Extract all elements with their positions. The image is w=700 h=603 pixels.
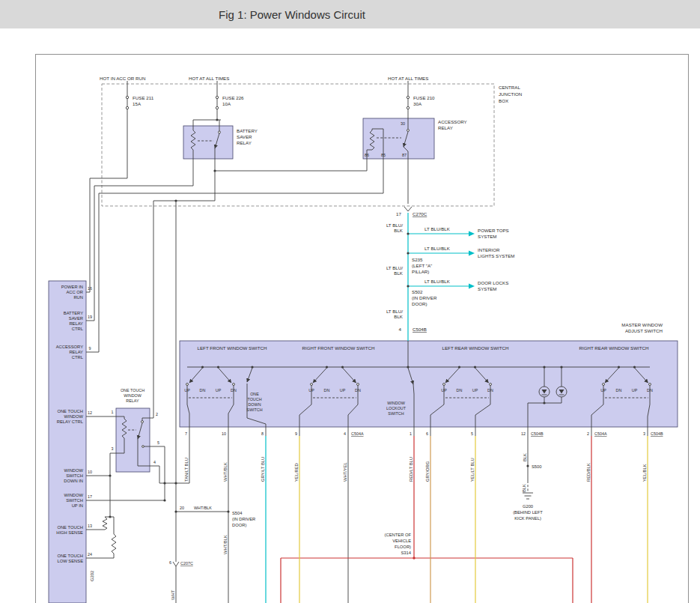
- dest-interior-lights: INTERIOR: [478, 247, 500, 252]
- cjb-title: CENTRAL: [499, 85, 520, 90]
- module-pin-number: 12: [88, 410, 92, 415]
- ground-g200-label: KICK PANEL): [514, 516, 541, 521]
- splice-s500: S500: [532, 464, 542, 469]
- section-header-lf: LEFT FRONT WINDOW SWITCH: [198, 345, 267, 351]
- wire-color-label: YEL/RED: [294, 463, 299, 482]
- up-label: UP: [184, 388, 190, 393]
- section-header-lr: LEFT REAR WINDOW SWITCH: [442, 345, 509, 351]
- module-pin-number: 19: [88, 315, 92, 319]
- up-label: UP: [340, 388, 346, 393]
- module-pin-label: SWITCH: [66, 473, 83, 478]
- pin-number: 6: [426, 431, 428, 436]
- fuse2-rating: 10A: [222, 101, 231, 106]
- splice-s504: S504: [232, 511, 243, 515]
- pin-number: 2: [587, 431, 589, 436]
- module-pin-label: WINDOW: [64, 493, 84, 497]
- splice-s504: (IN DRIVER: [232, 517, 255, 521]
- splice-s314: FLOOR): [395, 545, 411, 549]
- dn-label: DN: [647, 388, 653, 393]
- pin-number: 3: [643, 431, 645, 436]
- pin-number: 9: [295, 431, 297, 436]
- wire-label: LT BLU/: [386, 265, 403, 270]
- up-label: UP: [308, 388, 314, 393]
- diagram-frame: [36, 55, 689, 603]
- module-pin-number: 17: [88, 494, 92, 499]
- module-pin-label: ONE TOUCH: [57, 554, 83, 558]
- wire-color-label: WHT/YEL: [343, 461, 347, 482]
- module-pin-label: CTRL: [72, 327, 84, 331]
- dn-label: DN: [231, 388, 237, 393]
- splice-s502: S502: [412, 289, 423, 294]
- wiring-diagram: HOT IN ACC OR RUN HOT AT ALL TIMES HOT A…: [0, 0, 700, 603]
- wire-color-label: WHT/BLK: [223, 535, 228, 554]
- module-pin-label: WINDOW: [64, 468, 84, 473]
- c270c-connector: C270C: [413, 211, 427, 216]
- module-pin-label: BATTERY: [64, 311, 83, 315]
- wire-label: BLK: [394, 314, 404, 319]
- module-pin-label: POWER IN: [61, 285, 83, 289]
- rail1-label: HOT IN ACC OR RUN: [100, 76, 145, 81]
- splice-s504: DOOR): [232, 523, 246, 527]
- pin-number: 4: [344, 431, 346, 436]
- s504-wire: WHT/BLK: [194, 506, 212, 510]
- c207c-connector: C207C: [180, 561, 193, 566]
- ground-g200-label: G200: [523, 504, 533, 509]
- module-pin-label: RELAY: [69, 321, 83, 326]
- wire-color-label: BLK: [522, 484, 526, 492]
- one-touch-relay-title: WINDOW: [124, 393, 142, 398]
- lockout-label: SWITCH: [388, 411, 404, 416]
- wire-color-label: WHT/BLK: [223, 462, 228, 482]
- wire-color-label: BLK: [523, 453, 527, 461]
- module-pin-label: WINDOW: [64, 414, 84, 419]
- section-header-rr: RIGHT REAR WINDOW SWITCH: [579, 345, 648, 351]
- module-pin-label: SWITCH: [66, 498, 83, 503]
- module-pin-label: ONE TOUCH: [57, 409, 83, 413]
- relay-pin-1: 1: [112, 410, 114, 414]
- pin-number: 1: [410, 431, 412, 436]
- relay-pin-5: 5: [157, 440, 159, 445]
- c504b-connector: C504B: [413, 327, 427, 332]
- relay-pin-2: 2: [156, 412, 158, 416]
- relay-pin-3: 3: [112, 446, 114, 451]
- pin-number: 10: [222, 431, 226, 436]
- module-pin-label: CTRL: [72, 355, 84, 360]
- accessory-relay-label: ACCESSORY: [438, 119, 467, 124]
- s314-junction-dot: [413, 557, 415, 559]
- up-label: UP: [632, 388, 638, 393]
- acc-pin-86: 86: [365, 153, 369, 157]
- accessory-relay-label: RELAY: [438, 125, 453, 130]
- dest-door-locks: SYSTEM: [478, 286, 496, 291]
- one-touch-down-label: SWITCH: [246, 407, 262, 412]
- acc-pin-85: 85: [381, 153, 386, 157]
- dn-label: DN: [616, 388, 622, 393]
- acc-pin-30: 30: [401, 121, 405, 126]
- battery-saver-relay-label: SAVER: [237, 134, 252, 139]
- dest-power-tops: SYSTEM: [478, 234, 496, 239]
- wire-label: BLK: [394, 270, 404, 276]
- pin-number: 7: [185, 431, 187, 436]
- master-switch-title: MASTER WINDOW: [621, 322, 663, 327]
- wire-label: LT BLU/BLK: [424, 279, 451, 284]
- wire-label: LT BLU/: [386, 309, 403, 314]
- module-pin-label: RELAY CTRL: [57, 419, 84, 424]
- module-pin-label: SAVER: [69, 316, 83, 321]
- master-switch-title: ADJUST SWITCH: [625, 328, 663, 333]
- splice-s314: S314: [401, 551, 411, 555]
- dn-label: DN: [487, 388, 493, 393]
- wire-color-label: WHT: [171, 590, 175, 600]
- module-pin-label: RUN: [73, 295, 83, 300]
- up-label: UP: [472, 388, 478, 393]
- wire-label: BLK: [394, 228, 404, 233]
- splice-s502: DOOR): [412, 301, 427, 306]
- module-pin-number: 10: [88, 470, 92, 474]
- dn-label: DN: [355, 388, 361, 393]
- c504b-pin: 4: [399, 327, 402, 332]
- ground-g202-label: G202: [90, 571, 94, 581]
- one-touch-relay-title: ONE TOUCH: [121, 388, 144, 393]
- module-pin-label: ONE TOUCH: [57, 525, 83, 530]
- wire-label: LT BLU/: [386, 222, 403, 228]
- lockout-label: WINDOW: [387, 401, 406, 405]
- module-pin-number: 13: [88, 524, 92, 528]
- battery-saver-relay-label: BATTERY: [237, 128, 258, 133]
- dest-door-locks: DOOR LOCKS: [478, 280, 508, 285]
